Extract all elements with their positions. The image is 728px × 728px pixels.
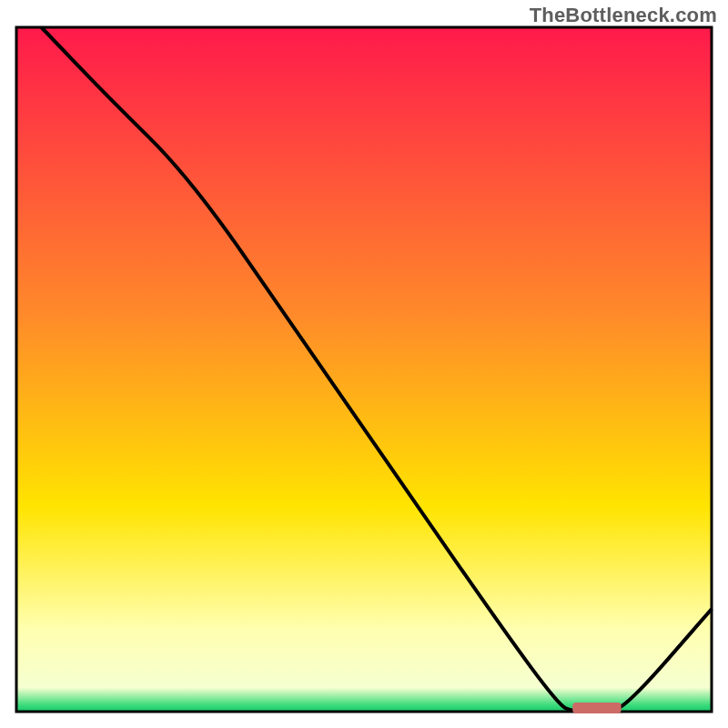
chart-svg (0, 0, 728, 728)
chart-canvas: TheBottleneck.com (0, 0, 728, 728)
chart-background (16, 27, 712, 712)
optimal-range-marker (572, 703, 621, 713)
